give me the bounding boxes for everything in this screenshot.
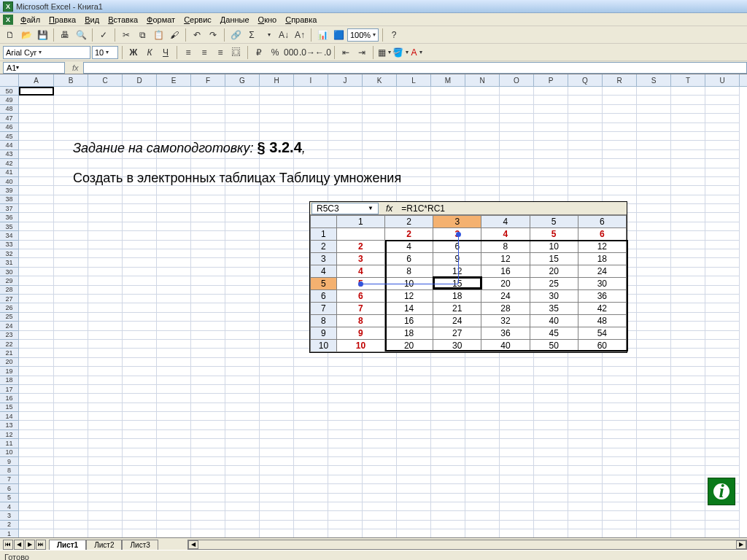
cell[interactable] [534,241,568,249]
cell[interactable] [260,213,294,222]
cell[interactable] [671,430,705,439]
cell[interactable] [363,439,397,448]
cell[interactable] [157,295,191,303]
cell[interactable] [397,367,431,376]
cell[interactable] [19,159,54,168]
cell[interactable] [568,340,603,349]
cell[interactable] [431,286,465,295]
cell[interactable] [294,249,328,258]
cell[interactable] [191,241,225,249]
cell[interactable] [500,105,534,114]
cell[interactable] [500,475,534,484]
tab-last-icon[interactable]: ⏭ [36,540,46,550]
print-preview-icon[interactable]: 🔍 [74,28,88,42]
italic-icon[interactable]: К [142,45,157,60]
cell[interactable] [123,494,157,502]
row-header[interactable]: 30 [0,268,19,276]
cell[interactable] [88,177,123,186]
cell[interactable] [123,466,157,475]
cell[interactable] [88,322,123,330]
cell[interactable] [671,295,705,303]
cell[interactable] [397,195,431,204]
cell[interactable] [88,376,123,385]
cell[interactable] [363,249,397,258]
cell[interactable] [225,457,260,466]
cell[interactable] [328,466,363,475]
cell[interactable] [54,87,88,96]
cell[interactable] [671,231,705,240]
cell[interactable] [705,466,740,475]
cell[interactable] [397,231,431,240]
cell[interactable] [260,466,294,475]
cell[interactable] [534,123,568,132]
cell[interactable] [637,448,671,457]
cell[interactable] [123,331,157,340]
cell[interactable] [500,114,534,122]
cell[interactable] [534,475,568,484]
cell[interactable] [397,466,431,475]
cell[interactable] [260,295,294,303]
cell[interactable] [19,403,54,412]
cell[interactable] [260,105,294,114]
cell[interactable] [363,358,397,367]
cell[interactable] [637,258,671,267]
cell[interactable] [465,403,500,412]
cell[interactable] [500,87,534,96]
cell[interactable] [157,376,191,385]
cell[interactable] [397,241,431,249]
cell[interactable] [671,484,705,493]
cell[interactable] [260,403,294,412]
cell[interactable] [534,439,568,448]
cell[interactable] [260,376,294,385]
tab-first-icon[interactable]: ⏮ [3,540,13,550]
cell[interactable] [225,484,260,493]
cell[interactable] [397,96,431,104]
cell[interactable] [19,412,54,421]
cell[interactable] [603,258,637,267]
cell[interactable] [54,367,88,376]
cell[interactable] [225,241,260,249]
cell[interactable] [637,358,671,367]
cell[interactable] [568,475,603,484]
cell[interactable] [19,521,54,529]
cell[interactable] [603,358,637,367]
cell[interactable] [54,123,88,132]
cell[interactable] [294,295,328,303]
cell[interactable] [123,249,157,258]
cell[interactable] [705,367,740,376]
cell[interactable] [328,448,363,457]
cell[interactable] [671,150,705,159]
cell[interactable] [225,521,260,529]
cell[interactable] [603,141,637,149]
cell[interactable] [397,87,431,96]
menu-формат[interactable]: Формат [142,15,179,24]
cell[interactable] [568,367,603,376]
cell[interactable] [19,132,54,141]
cell[interactable] [637,439,671,448]
cell[interactable] [637,331,671,340]
cell[interactable] [500,457,534,466]
col-header[interactable]: B [54,74,88,86]
cell[interactable] [328,376,363,385]
cell[interactable] [705,412,740,421]
cell[interactable] [500,511,534,520]
cell[interactable] [397,502,431,511]
cell[interactable] [294,96,328,104]
cell[interactable] [397,484,431,493]
cell[interactable] [191,222,225,231]
cell[interactable] [123,168,157,177]
cell[interactable] [534,358,568,367]
cell[interactable] [294,303,328,312]
cell[interactable] [328,150,363,159]
cell[interactable] [191,412,225,421]
cell[interactable] [328,412,363,421]
cell[interactable] [19,114,54,122]
cell[interactable] [191,358,225,367]
cell[interactable] [260,394,294,402]
sheet-tab[interactable]: Лист2 [86,540,122,550]
cell[interactable] [191,276,225,285]
cell[interactable] [431,358,465,367]
cell[interactable] [568,222,603,231]
cell[interactable] [603,87,637,96]
menu-вид[interactable]: Вид [80,15,104,24]
